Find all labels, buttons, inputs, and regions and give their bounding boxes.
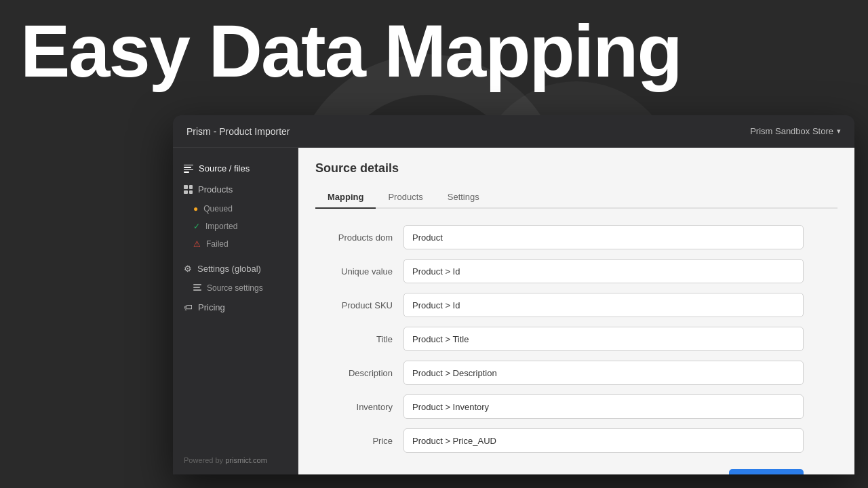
warn-icon: ⚠ bbox=[193, 239, 201, 249]
sidebar-item-source-files[interactable]: Source / files bbox=[173, 158, 298, 179]
sidebar-sub-item-queued[interactable]: ● Queued bbox=[173, 200, 298, 218]
queued-icon: ● bbox=[193, 204, 198, 214]
app-title: Prism - Product Importer bbox=[186, 126, 290, 137]
list-icon bbox=[184, 165, 193, 173]
form-row-unique-value: Unique value bbox=[315, 259, 804, 283]
description-input[interactable] bbox=[403, 361, 804, 385]
products-dom-label: Products dom bbox=[315, 232, 403, 243]
sidebar-sub-item-failed[interactable]: ⚠ Failed bbox=[173, 235, 298, 253]
failed-label: Failed bbox=[206, 239, 229, 249]
inventory-label: Inventory bbox=[315, 402, 403, 412]
price-label: Price bbox=[315, 436, 403, 446]
product-sku-label: Product SKU bbox=[315, 300, 403, 310]
sidebar-item-pricing[interactable]: 🏷 Pricing bbox=[173, 297, 298, 318]
form-row-price: Price bbox=[315, 428, 804, 453]
form-row-product-sku: Product SKU bbox=[315, 293, 804, 317]
products-dom-input[interactable] bbox=[403, 225, 804, 249]
unique-value-label: Unique value bbox=[315, 266, 403, 277]
form-row-description: Description bbox=[315, 361, 804, 385]
store-selector[interactable]: Prism Sandbox Store bbox=[750, 126, 841, 136]
source-settings-icon bbox=[193, 284, 201, 292]
sidebar-item-source-files-label: Source / files bbox=[199, 163, 250, 174]
tabs: Mapping Products Settings bbox=[315, 186, 837, 209]
form-row-inventory: Inventory bbox=[315, 394, 804, 419]
tab-settings[interactable]: Settings bbox=[435, 186, 492, 209]
app-body: Source / files Products ● Queued ✓ Impor… bbox=[173, 148, 854, 474]
prismict-link[interactable]: prismict.com bbox=[225, 456, 267, 464]
sidebar-footer: Powered by prismict.com bbox=[184, 456, 267, 464]
sidebar-item-products[interactable]: Products bbox=[173, 179, 298, 200]
inventory-input[interactable] bbox=[403, 394, 804, 419]
imported-label: Imported bbox=[205, 222, 237, 231]
update-map-button[interactable]: Update map bbox=[729, 469, 804, 474]
main-content: Source details Mapping Products Settings… bbox=[298, 148, 854, 474]
unique-value-input[interactable] bbox=[403, 259, 804, 283]
grid-icon bbox=[184, 185, 193, 194]
queued-label: Queued bbox=[203, 204, 233, 214]
tab-mapping[interactable]: Mapping bbox=[315, 186, 376, 209]
app-window: Prism - Product Importer Prism Sandbox S… bbox=[173, 115, 854, 474]
page-title: Source details bbox=[315, 161, 837, 176]
powered-by-text: Powered by bbox=[184, 456, 225, 464]
mapping-form: Products dom Unique value Product SKU Ti… bbox=[315, 225, 804, 474]
top-bar: Prism - Product Importer Prism Sandbox S… bbox=[173, 115, 854, 148]
price-input[interactable] bbox=[403, 428, 804, 453]
description-label: Description bbox=[315, 368, 403, 378]
sidebar-item-products-label: Products bbox=[198, 184, 233, 195]
title-label: Title bbox=[315, 334, 403, 344]
sidebar-item-source-settings[interactable]: Source settings bbox=[173, 279, 298, 297]
tab-products[interactable]: Products bbox=[376, 186, 435, 209]
form-row-products-dom: Products dom bbox=[315, 225, 804, 249]
product-sku-input[interactable] bbox=[403, 293, 804, 317]
background-title: Easy Data Mapping bbox=[20, 14, 682, 88]
form-row-title: Title bbox=[315, 327, 804, 351]
check-icon: ✓ bbox=[193, 222, 200, 231]
sidebar-item-settings-global[interactable]: ⚙ Settings (global) bbox=[173, 258, 298, 279]
title-input[interactable] bbox=[403, 327, 804, 351]
gear-icon: ⚙ bbox=[184, 264, 192, 274]
settings-global-label: Settings (global) bbox=[197, 264, 261, 274]
sidebar-sub-item-imported[interactable]: ✓ Imported bbox=[173, 218, 298, 235]
tag-icon: 🏷 bbox=[184, 302, 193, 312]
sidebar: Source / files Products ● Queued ✓ Impor… bbox=[173, 148, 298, 474]
source-settings-label: Source settings bbox=[207, 283, 263, 293]
pricing-label: Pricing bbox=[198, 302, 225, 312]
